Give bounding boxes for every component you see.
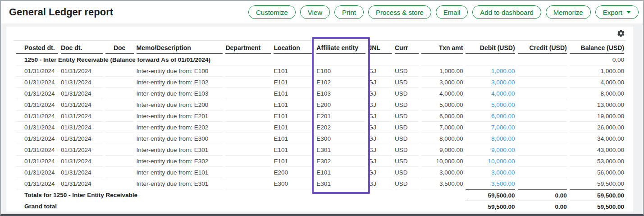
cell-department [225, 156, 271, 167]
table-header: Posted dt. Doc dt. Doc Memo/Description … [16, 41, 624, 54]
balance-forward-amount: 0.00 [570, 54, 624, 65]
table-row: 01/31/2024 01/31/2024 Inter-entity due f… [16, 77, 624, 88]
cell-debit-link[interactable]: 5,000.00 [466, 99, 515, 110]
cell-jnl: GJ [368, 88, 392, 99]
memorize-button[interactable]: Memorize [546, 5, 591, 19]
cell-credit [518, 122, 567, 133]
cell-doc [105, 99, 134, 110]
cell-debit-link[interactable]: 7,000.00 [466, 122, 515, 133]
cell-location: E101 [274, 110, 314, 122]
cell-doc [105, 133, 134, 144]
cell-doc-date: 01/31/2024 [61, 133, 103, 144]
cell-location: E101 [274, 133, 314, 144]
totals-balance: 59,500.00 [570, 189, 624, 201]
cell-department [225, 133, 271, 144]
table-row: 01/31/2024 01/31/2024 Inter-entity due f… [16, 110, 624, 122]
cell-currency: USD [395, 77, 419, 88]
balance-forward-row: 1250 - Inter Entity Receivable (Balance … [16, 54, 624, 65]
cell-posted-date: 01/31/2024 [16, 110, 58, 122]
col-curr: Curr [395, 41, 419, 54]
cell-doc-date: 01/31/2024 [61, 156, 103, 167]
cell-doc [105, 88, 134, 99]
cell-credit [518, 77, 567, 88]
cell-debit-link[interactable]: 3,000.00 [466, 167, 515, 178]
report-panel: Posted dt. Doc dt. Doc Memo/Description … [6, 27, 633, 211]
print-button[interactable]: Print [334, 5, 364, 19]
cell-doc-date: 01/31/2024 [61, 65, 103, 77]
cell-credit [518, 167, 567, 178]
cell-debit-link[interactable]: 3,500.00 [466, 178, 515, 189]
cell-credit [518, 110, 567, 122]
cell-credit [518, 133, 567, 144]
table-data-rows: 01/31/2024 01/31/2024 Inter-entity due f… [16, 65, 624, 189]
grand-total-credit: 0.00 [518, 201, 567, 212]
cell-posted-date: 01/31/2024 [16, 65, 58, 77]
totals-row: Totals for 1250 - Inter Entity Receivabl… [16, 189, 624, 201]
header-row: Posted dt. Doc dt. Doc Memo/Description … [16, 41, 624, 54]
cell-posted-date: 01/31/2024 [16, 156, 58, 167]
col-credit-usd: Credit (USD) [518, 41, 567, 54]
col-doc: Doc [105, 41, 134, 54]
add-to-dashboard-button[interactable]: Add to dashboard [472, 5, 541, 19]
cell-doc-date: 01/31/2024 [61, 122, 103, 133]
cell-debit-link[interactable]: 1,000.00 [466, 65, 515, 77]
col-debit-usd: Debit (USD) [466, 41, 515, 54]
cell-doc [105, 144, 134, 156]
email-button[interactable]: Email [436, 5, 468, 19]
cell-balance: 13,000.00 [570, 99, 624, 110]
cell-jnl: GJ [368, 178, 392, 189]
col-affiliate-entity: Affiliate entity [316, 41, 365, 54]
cell-memo: Inter-entity due from: E301 [137, 144, 223, 156]
cell-balance: 1,000.00 [570, 65, 624, 77]
cell-txn-amount: 3,000.00 [421, 77, 463, 88]
gear-icon[interactable] [617, 29, 625, 37]
report-panel-toolbar [14, 27, 626, 41]
grand-total-row: Grand total 59,500.00 0.00 59,500.00 [16, 201, 624, 212]
cell-debit-link[interactable]: 6,000.00 [466, 110, 515, 122]
cell-credit [518, 99, 567, 110]
cell-empty [518, 54, 567, 65]
customize-button[interactable]: Customize [248, 5, 296, 19]
process-store-button[interactable]: Process & store [368, 5, 431, 19]
cell-txn-amount: 9,000.00 [421, 144, 463, 156]
cell-posted-date: 01/31/2024 [16, 99, 58, 110]
cell-department [225, 99, 271, 110]
col-memo-description: Memo/Description [137, 41, 223, 54]
col-doc-dt: Doc dt. [61, 41, 103, 54]
cell-debit-link[interactable]: 10,000.00 [466, 156, 515, 167]
cell-balance: 43,000.00 [570, 144, 624, 156]
cell-memo: Inter-entity due from: E201 [137, 110, 223, 122]
cell-affiliate-entity: E101 [316, 167, 365, 178]
totals-credit: 0.00 [518, 189, 567, 201]
cell-doc [105, 167, 134, 178]
cell-posted-date: 01/31/2024 [16, 133, 58, 144]
cell-department [225, 88, 271, 99]
view-button[interactable]: View [300, 5, 330, 19]
cell-txn-amount: 10,000.00 [421, 156, 463, 167]
cell-memo: Inter-entity due from: E200 [137, 99, 223, 110]
cell-jnl: GJ [368, 110, 392, 122]
cell-debit-link[interactable]: 3,000.00 [466, 77, 515, 88]
cell-debit-link[interactable]: 4,000.00 [466, 88, 515, 99]
cell-doc [105, 156, 134, 167]
cell-jnl: GJ [368, 65, 392, 77]
cell-posted-date: 01/31/2024 [16, 167, 58, 178]
cell-balance: 34,000.00 [570, 133, 624, 144]
cell-department [225, 167, 271, 178]
cell-affiliate-entity: E100 [316, 65, 365, 77]
cell-debit-link[interactable]: 8,000.00 [466, 133, 515, 144]
cell-jnl: GJ [368, 133, 392, 144]
cell-affiliate-entity: E200 [316, 99, 365, 110]
cell-department [225, 144, 271, 156]
cell-posted-date: 01/31/2024 [16, 178, 58, 189]
export-button[interactable]: Export [595, 5, 639, 19]
col-posted-dt: Posted dt. [16, 41, 58, 54]
cell-jnl: GJ [368, 99, 392, 110]
toolbar-buttons: Customize View Print Process & store Ema… [248, 5, 639, 19]
cell-memo: Inter-entity due from: E202 [137, 122, 223, 133]
col-balance-usd: Balance (USD) [570, 41, 624, 54]
col-txn-amt: Txn amt [421, 41, 463, 54]
cell-debit-link[interactable]: 9,000.00 [466, 144, 515, 156]
cell-txn-amount: 1,000.00 [421, 65, 463, 77]
grand-total-balance: 59,500.00 [570, 201, 624, 212]
